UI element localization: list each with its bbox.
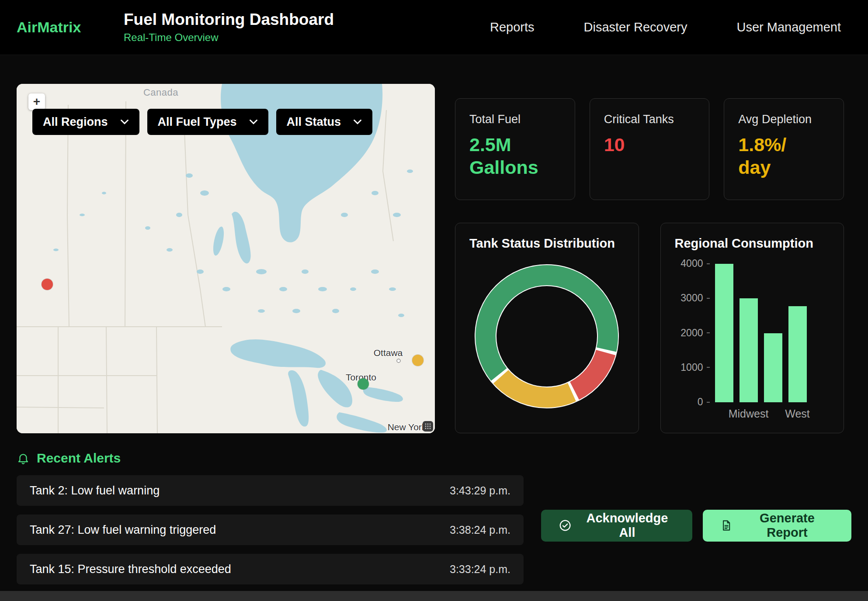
bottom-scroll-strip[interactable] [0,591,868,601]
alerts-heading: Recent Alerts [17,450,851,466]
regional-consumption-chart-card: Regional Consumption 01000200030004000 M… [660,223,844,433]
title-block: Fuel Monitoring Dashboard Real-Time Over… [124,11,334,44]
map-filter-bar: All Regions All Fuel Types All Status [32,109,372,135]
regional-consumption-bar-chart[interactable]: 01000200030004000 MidwestWest [675,264,830,420]
bar-1[interactable] [740,298,758,402]
bar-3[interactable] [788,306,807,402]
charts-row: Tank Status Distribution Regional Consum… [455,223,844,433]
bar-chart-x-axis: MidwestWest [715,408,807,420]
map-resize-handle[interactable] [423,421,433,432]
chart-title: Regional Consumption [675,236,830,251]
chevron-down-icon [353,119,362,125]
map-city-label: New York [388,422,427,432]
y-tick-label: 0 [698,396,710,408]
chevron-down-icon [120,119,129,125]
fuel-monitoring-dashboard: AirMatrix Fuel Monitoring Dashboard Real… [0,0,868,601]
stat-card-avg-depletion: Avg Depletion 1.8%/ day [724,98,844,200]
bell-icon [17,452,30,465]
zoom-in-button[interactable]: + [28,93,45,110]
y-tick-label: 2000 [681,327,709,339]
nav-user-management[interactable]: User Management [736,20,841,35]
alert-timestamp: 3:38:24 p.m. [450,524,510,536]
app-logo[interactable]: AirMatrix [17,19,124,36]
x-tick-label [764,408,782,420]
filter-all-regions[interactable]: All Regions [32,109,139,135]
bar-chart-y-axis: 01000200030004000 [675,264,710,402]
acknowledge-all-button[interactable]: Acknowledge All [541,510,692,542]
generate-report-button[interactable]: Generate Report [703,510,851,542]
alert-timestamp: 3:43:29 p.m. [450,484,510,497]
bar-chart-plot [715,264,807,402]
chart-title: Tank Status Distribution [469,236,625,251]
tank-marker-critical[interactable] [42,279,53,290]
bar-0[interactable] [715,264,733,402]
donut-segment-0[interactable] [486,275,608,374]
alert-row[interactable]: Tank 27: Low fuel warning triggered 3:38… [17,515,524,545]
tank-status-chart-card: Tank Status Distribution [455,223,639,433]
y-tick-label: 3000 [681,292,709,304]
tank-marker-warning[interactable] [412,355,424,366]
alert-timestamp: 3:33:24 p.m. [450,563,510,576]
recent-alerts-section: Recent Alerts Tank 2: Low fuel warning 3… [0,450,868,584]
stat-card-critical-tanks: Critical Tanks 10 [590,98,710,200]
alert-message: Tank 15: Pressure threshold exceeded [30,563,231,576]
ottawa-city-dot [397,359,400,363]
x-tick-label: West [788,408,807,420]
acknowledge-all-label: Acknowledge All [580,511,675,540]
stat-value: 2.5M Gallons [469,133,555,179]
filter-all-fuel-types[interactable]: All Fuel Types [147,109,268,135]
drag-dots-icon [425,423,431,429]
tank-marker-normal[interactable] [358,378,369,390]
filter-label: All Fuel Types [158,115,237,129]
donut-segment-2[interactable] [501,377,572,397]
stat-label: Total Fuel [469,113,561,126]
stats-row: Total Fuel 2.5M Gallons Critical Tanks 1… [455,98,844,200]
y-tick-label: 4000 [681,258,709,269]
page-subtitle: Real-Time Overview [124,31,334,44]
alert-row[interactable]: Tank 15: Pressure threshold exceeded 3:3… [17,554,524,584]
stat-label: Avg Depletion [738,113,830,126]
page-title: Fuel Monitoring Dashboard [124,11,334,29]
main-nav: Reports Disaster Recovery User Managemen… [490,20,868,35]
bar-2[interactable] [764,333,782,403]
donut-segment-1[interactable] [575,352,606,391]
alert-message: Tank 27: Low fuel warning triggered [30,523,216,537]
app-header: AirMatrix Fuel Monitoring Dashboard Real… [0,0,868,55]
filter-label: All Status [287,115,341,129]
right-panel: Total Fuel 2.5M Gallons Critical Tanks 1… [455,84,844,433]
stat-card-total-fuel: Total Fuel 2.5M Gallons [455,98,575,200]
check-circle-icon [559,518,572,532]
chevron-down-icon [249,119,258,125]
x-tick-label: Midwest [740,408,758,420]
filter-label: All Regions [43,115,108,129]
y-tick-label: 1000 [681,362,709,373]
stat-value: 10 [604,133,689,156]
filter-all-status[interactable]: All Status [276,109,373,135]
alerts-actions: Acknowledge All Generate Report [541,466,851,584]
tank-status-donut-chart[interactable] [472,262,621,411]
alert-message: Tank 2: Low fuel warning [30,484,160,497]
alerts-heading-label: Recent Alerts [37,451,121,466]
stat-value: 1.8%/ day [738,133,823,179]
generate-report-label: Generate Report [740,511,834,540]
alerts-list: Tank 2: Low fuel warning 3:43:29 p.m. Ta… [17,466,524,584]
map-city-label: Ottawa [374,348,403,358]
map-country-label: Canada [143,87,178,98]
alert-row[interactable]: Tank 2: Low fuel warning 3:43:29 p.m. [17,475,524,506]
document-icon [720,519,733,532]
nav-reports[interactable]: Reports [490,20,535,35]
top-row: Canada OttawaTorontoNew York + All Regio… [0,84,868,433]
stat-label: Critical Tanks [604,113,695,126]
map-panel[interactable]: Canada OttawaTorontoNew York + All Regio… [17,84,435,433]
nav-disaster-recovery[interactable]: Disaster Recovery [584,20,687,35]
